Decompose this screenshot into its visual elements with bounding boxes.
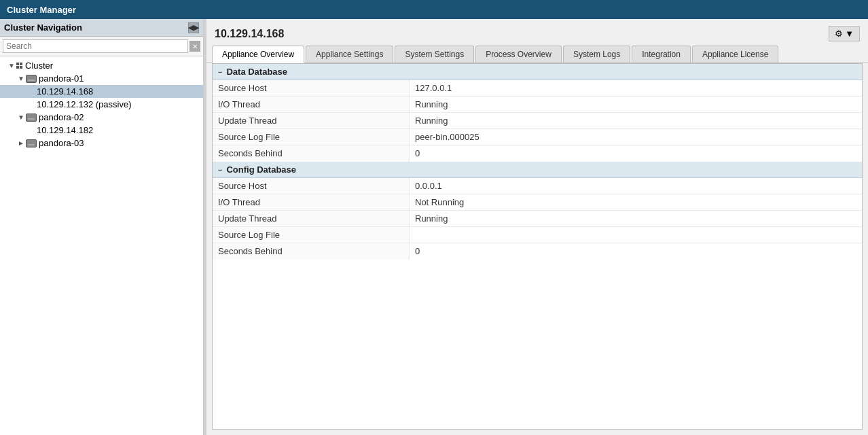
sidebar-collapse-button[interactable]: ◀▶ — [188, 22, 199, 33]
row-value: Running — [410, 97, 862, 112]
tab-process-overview[interactable]: Process Overview — [475, 46, 562, 63]
tree-toggle — [27, 126, 37, 134]
table-row: I/O ThreadRunning — [213, 97, 862, 113]
tree-toggle: ▼ — [16, 114, 26, 121]
tree-item-10.129.12.132[interactable]: 10.129.12.132 (passive) — [0, 98, 203, 111]
titlebar: Cluster Manager — [0, 0, 868, 19]
gear-button[interactable]: ⚙ ▼ — [829, 26, 860, 41]
tree-toggle: ▼ — [7, 62, 16, 69]
section-data-database: −Data DatabaseSource Host127.0.0.1I/O Th… — [213, 64, 862, 162]
section-config-database: −Config DatabaseSource Host0.0.0.1I/O Th… — [213, 162, 862, 260]
section-header-config-database[interactable]: −Config Database — [213, 162, 862, 178]
tree-item-label: 10.129.14.168 — [37, 86, 93, 97]
appliance-icon — [26, 139, 37, 147]
tree-toggle: ► — [16, 139, 26, 147]
content-header: 10.129.14.168 ⚙ ▼ — [206, 19, 868, 46]
search-bar: ✕ — [0, 37, 203, 56]
main-layout: Cluster Navigation ◀▶ ✕ ▼Cluster▼pandora… — [0, 19, 868, 435]
row-value: Running — [410, 113, 862, 128]
appliance-icon — [26, 114, 37, 122]
table-row: Source Host127.0.0.1 — [213, 80, 862, 97]
tree-toggle: ▼ — [16, 75, 26, 82]
tab-system-settings[interactable]: System Settings — [395, 46, 474, 63]
section-label: Config Database — [226, 164, 296, 175]
tab-integration[interactable]: Integration — [632, 46, 691, 63]
section-label: Data Database — [226, 67, 287, 77]
table-row: Update ThreadRunning — [213, 211, 862, 227]
gear-icon: ⚙ — [835, 29, 843, 39]
row-label: Seconds Behind — [213, 243, 410, 260]
row-value: peer-bin.000025 — [410, 129, 862, 145]
sidebar: Cluster Navigation ◀▶ ✕ ▼Cluster▼pandora… — [0, 19, 204, 435]
table-row: Source Log Filepeer-bin.000025 — [213, 129, 862, 145]
tree-item-pandora-02[interactable]: ▼pandora-02 — [0, 111, 203, 124]
tab-appliance-settings[interactable]: Appliance Settings — [306, 46, 393, 63]
search-clear-button[interactable]: ✕ — [189, 41, 200, 52]
table-row: Update ThreadRunning — [213, 113, 862, 129]
tree-toggle — [27, 101, 37, 108]
tree-item-label: 10.129.12.132 (passive) — [37, 99, 131, 109]
table-row: Seconds Behind0 — [213, 145, 862, 162]
row-value — [410, 227, 862, 243]
row-value: 0.0.0.1 — [410, 178, 862, 194]
cluster-icon — [16, 63, 22, 69]
table-row: Source Log File — [213, 227, 862, 243]
row-value: 127.0.0.1 — [410, 80, 862, 96]
search-input[interactable] — [3, 39, 188, 53]
tree-item-pandora-03[interactable]: ►pandora-03 — [0, 137, 203, 150]
row-value: Running — [410, 211, 862, 226]
tree: ▼Cluster▼pandora-01 10.129.14.168 10.129… — [0, 56, 203, 435]
row-label: Source Log File — [213, 227, 410, 243]
section-header-data-database[interactable]: −Data Database — [213, 64, 862, 80]
tab-appliance-overview[interactable]: Appliance Overview — [212, 46, 304, 63]
tree-item-10.129.14.168[interactable]: 10.129.14.168 — [0, 85, 203, 98]
sidebar-title: Cluster Navigation — [4, 22, 82, 33]
tree-item-pandora-01[interactable]: ▼pandora-01 — [0, 72, 203, 85]
main-panel: −Data DatabaseSource Host127.0.0.1I/O Th… — [212, 63, 863, 430]
tree-item-label: pandora-02 — [39, 112, 84, 122]
tree-item-label: 10.129.14.182 — [37, 125, 93, 135]
app-title: Cluster Manager — [7, 5, 76, 15]
tree-toggle — [27, 88, 37, 95]
row-label: Source Host — [213, 80, 410, 96]
section-toggle: − — [218, 166, 222, 174]
row-value: 0 — [410, 145, 862, 162]
row-label: Update Thread — [213, 211, 410, 226]
tabs: Appliance OverviewAppliance SettingsSyst… — [206, 46, 868, 63]
tab-system-logs[interactable]: System Logs — [563, 46, 630, 63]
tab-appliance-license[interactable]: Appliance License — [692, 46, 778, 63]
row-label: I/O Thread — [213, 97, 410, 112]
sidebar-header: Cluster Navigation ◀▶ — [0, 19, 203, 37]
tree-item-cluster[interactable]: ▼Cluster — [0, 59, 203, 72]
tree-item-label: Cluster — [25, 60, 53, 71]
tree-item-label: pandora-03 — [39, 138, 84, 148]
row-value: 0 — [410, 243, 862, 260]
section-toggle: − — [218, 68, 222, 76]
row-label: Update Thread — [213, 113, 410, 128]
row-label: Seconds Behind — [213, 145, 410, 162]
page-title: 10.129.14.168 — [215, 28, 284, 40]
row-value: Not Running — [410, 194, 862, 210]
tree-item-label: pandora-01 — [39, 73, 84, 84]
row-label: Source Host — [213, 178, 410, 194]
table-row: Seconds Behind0 — [213, 243, 862, 260]
appliance-icon — [26, 75, 37, 83]
row-label: Source Log File — [213, 129, 410, 145]
table-row: I/O ThreadNot Running — [213, 194, 862, 211]
gear-dropdown-arrow: ▼ — [845, 29, 854, 39]
tree-item-10.129.14.182[interactable]: 10.129.14.182 — [0, 124, 203, 137]
table-row: Source Host0.0.0.1 — [213, 178, 862, 194]
row-label: I/O Thread — [213, 194, 410, 210]
content-area: 10.129.14.168 ⚙ ▼ Appliance OverviewAppl… — [206, 19, 868, 435]
